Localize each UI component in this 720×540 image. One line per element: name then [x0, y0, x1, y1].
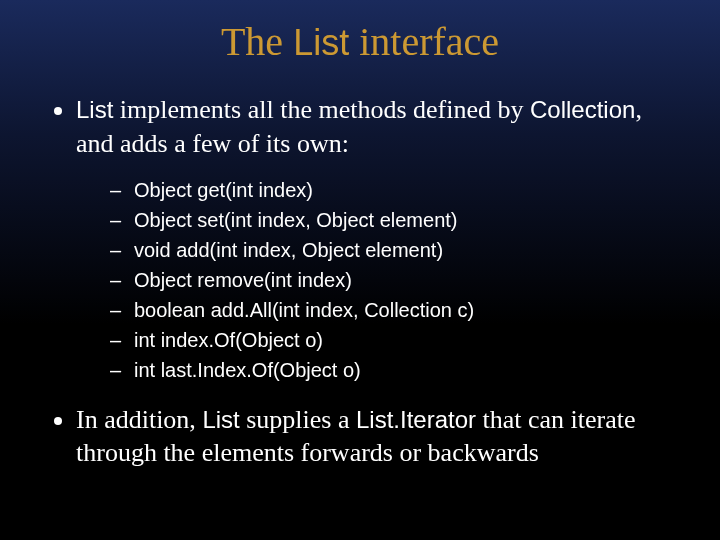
bullet-2-text2: supplies a — [240, 405, 356, 434]
method-list: Object get(int index) Object set(int ind… — [76, 175, 680, 385]
list-item: int index.Of(Object o) — [110, 325, 680, 355]
list-item: void add(int index, Object element) — [110, 235, 680, 265]
bullet-1-text1: implements all the methods defined by — [113, 95, 530, 124]
top-bullets: List implements all the methods defined … — [40, 93, 680, 470]
list-item: Object set(int index, Object element) — [110, 205, 680, 235]
bullet-1-kw2: Collection — [530, 96, 635, 123]
slide-title: The List interface — [40, 18, 680, 65]
bullet-2-kw2: List.Iterator — [356, 406, 476, 433]
bullet-1-kw1: List — [76, 96, 113, 123]
bullet-2-text1: In addition, — [76, 405, 202, 434]
title-keyword: List — [293, 22, 349, 63]
slide: The List interface List implements all t… — [0, 0, 720, 540]
list-item: int last.Index.Of(Object o) — [110, 355, 680, 385]
title-prefix: The — [221, 19, 293, 64]
bullet-2: In addition, List supplies a List.Iterat… — [76, 403, 680, 471]
bullet-2-kw1: List — [202, 406, 239, 433]
list-item: Object get(int index) — [110, 175, 680, 205]
bullet-1: List implements all the methods defined … — [76, 93, 680, 385]
list-item: Object remove(int index) — [110, 265, 680, 295]
title-suffix: interface — [349, 19, 499, 64]
list-item: boolean add.All(int index, Collection c) — [110, 295, 680, 325]
